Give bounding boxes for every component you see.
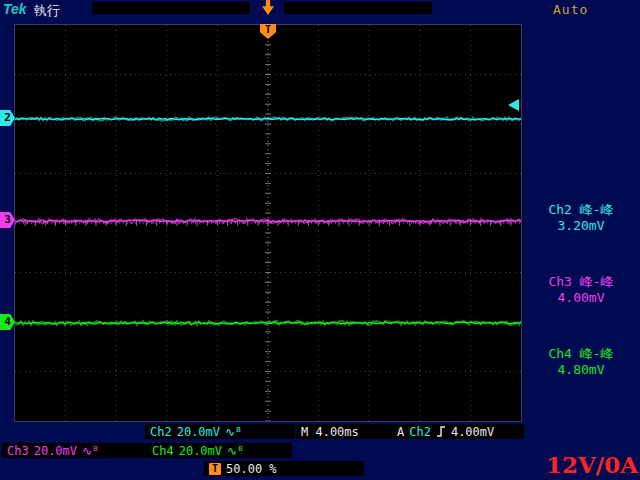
channel-4-position-marker: 4 xyxy=(0,314,15,330)
measurement-ch4-value: 4.80mV xyxy=(524,362,638,378)
waveform-display xyxy=(15,25,521,421)
trigger-t-icon: T xyxy=(209,463,221,475)
graticule: T xyxy=(14,24,522,422)
trigger-mode-prefix: A xyxy=(397,425,404,439)
trigger-level-value: 4.00mV xyxy=(451,425,494,439)
measurement-ch4: Ch4 峰-峰 4.80mV xyxy=(524,346,638,378)
ch2-coupling-icon: ∿ᴮ xyxy=(225,425,242,439)
trigger-readout: A Ch2 4.00mV xyxy=(392,424,524,439)
ch2-label: Ch2 xyxy=(150,425,172,439)
trigger-position-icon xyxy=(262,0,274,15)
acquisition-status: 執行 xyxy=(34,2,60,20)
oscilloscope-screen: Tek 執行 Auto T 2 3 4 Ch2 峰-峰 3.20mV Ch3 峰… xyxy=(0,0,640,480)
measurement-ch4-label: Ch4 峰-峰 xyxy=(524,346,638,362)
trigger-level-icon xyxy=(508,99,519,111)
trigger-mode-label: Auto xyxy=(553,2,588,17)
ch2-scale-readout: Ch220.0mV∿ᴮ xyxy=(145,424,295,439)
ch4-label: Ch4 xyxy=(152,444,174,458)
timebase-readout: M 4.00ms xyxy=(296,424,392,439)
ch4-scale-readout: Ch420.0mV∿ᴮ xyxy=(147,443,292,458)
trigger-source-label: Ch2 xyxy=(409,425,431,439)
ch4-scale-value: 20.0mV xyxy=(179,444,222,458)
measurement-ch2-label: Ch2 峰-峰 xyxy=(524,202,638,218)
measurement-ch2: Ch2 峰-峰 3.20mV xyxy=(524,202,638,234)
ch3-coupling-icon: ∿ᴮ xyxy=(82,444,99,458)
timebase-value: M 4.00ms xyxy=(301,425,359,439)
measurement-ch3-label: Ch3 峰-峰 xyxy=(524,274,638,290)
measurement-ch3: Ch3 峰-峰 4.00mV xyxy=(524,274,638,306)
ch3-scale-readout: Ch320.0mV∿ᴮ xyxy=(2,443,147,458)
measurement-ch2-value: 3.20mV xyxy=(524,218,638,234)
channel-2-position-marker: 2 xyxy=(0,110,15,126)
horizontal-position-readout: T 50.00 % xyxy=(204,461,364,476)
top-readout-blank-right xyxy=(284,2,432,14)
channel-3-position-marker: 3 xyxy=(0,212,15,228)
ch2-scale-value: 20.0mV xyxy=(177,425,220,439)
tek-logo: Tek xyxy=(3,1,27,17)
measurement-ch3-value: 4.00mV xyxy=(524,290,638,306)
ch3-label: Ch3 xyxy=(7,444,29,458)
rising-edge-icon xyxy=(436,425,446,438)
ch4-coupling-icon: ∿ᴮ xyxy=(227,444,244,458)
ch3-scale-value: 20.0mV xyxy=(34,444,77,458)
top-readout-blank-left xyxy=(92,2,250,14)
horizontal-position-value: 50.00 % xyxy=(226,462,277,476)
psu-overlay-reading: 12V/0A xyxy=(546,451,638,478)
